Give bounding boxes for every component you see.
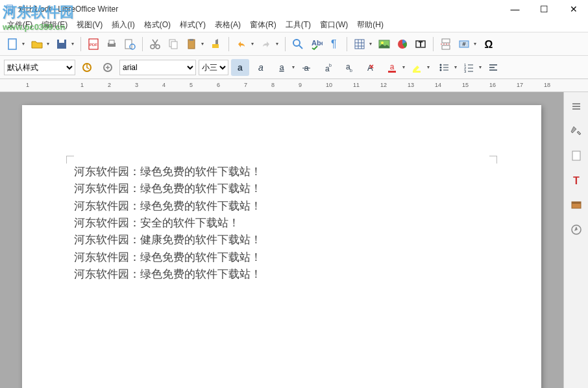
print-button[interactable] xyxy=(103,36,120,53)
document-workspace[interactable]: 河东软件园：绿色免费的软件下载站！ 河东软件园：绿色免费的软件下载站！ 河东软件… xyxy=(0,92,563,388)
undo-dropdown[interactable]: ▾ xyxy=(251,41,256,47)
insert-image-button[interactable] xyxy=(376,36,393,53)
svg-point-29 xyxy=(381,42,384,44)
number-list-button[interactable]: 123 xyxy=(459,59,478,76)
properties-icon[interactable] xyxy=(567,122,585,140)
svg-text:a: a xyxy=(238,62,243,73)
menu-view[interactable]: 视图(V) xyxy=(72,19,107,30)
subscript-button[interactable]: ab xyxy=(339,59,357,76)
bold-button[interactable]: a xyxy=(231,59,249,76)
sidebar-menu-icon[interactable] xyxy=(567,97,585,115)
svg-text:Ω: Ω xyxy=(485,39,493,50)
spellcheck-button[interactable]: Abc xyxy=(308,36,325,53)
strikethrough-button[interactable]: a xyxy=(297,59,315,76)
bullet-list-button[interactable] xyxy=(435,59,453,76)
minimize-button[interactable]: — xyxy=(500,0,530,18)
new-button[interactable] xyxy=(4,36,21,53)
insert-field-button[interactable]: # xyxy=(456,36,472,53)
svg-text:T: T xyxy=(419,40,423,48)
save-button[interactable] xyxy=(53,36,70,53)
new-style-button[interactable] xyxy=(99,59,117,76)
clear-format-button[interactable]: A xyxy=(360,59,378,76)
number-dropdown[interactable]: ▾ xyxy=(479,64,482,70)
styles-panel-icon[interactable]: T xyxy=(567,171,585,189)
menu-insert[interactable]: 插入(I) xyxy=(107,19,139,30)
cut-button[interactable] xyxy=(147,36,164,53)
export-pdf-button[interactable]: PDF xyxy=(85,36,102,53)
svg-point-55 xyxy=(440,66,442,68)
new-dropdown[interactable]: ▾ xyxy=(22,41,27,47)
table-dropdown[interactable]: ▾ xyxy=(369,41,374,47)
italic-button[interactable]: a xyxy=(252,59,270,76)
text-line[interactable]: 河东软件园：绿色免费的软件下载站！ xyxy=(74,249,489,266)
menu-edit[interactable]: 编辑(E) xyxy=(37,19,72,30)
paste-button[interactable] xyxy=(183,36,200,53)
save-dropdown[interactable]: ▾ xyxy=(71,41,77,47)
svg-point-20 xyxy=(293,40,300,46)
superscript-button[interactable]: ab xyxy=(318,59,336,76)
ruler-tick: 15 xyxy=(462,82,469,88)
redo-button[interactable] xyxy=(258,36,275,53)
text-line[interactable]: 河东软件园：健康免费的软件下载站！ xyxy=(74,232,489,249)
svg-text:b: b xyxy=(350,68,352,73)
font-size-select[interactable]: 小三 xyxy=(199,60,228,75)
font-color-dropdown[interactable]: ▾ xyxy=(402,64,405,70)
menu-help[interactable]: 帮助(H) xyxy=(352,19,388,30)
navigator-icon[interactable] xyxy=(567,221,585,239)
menu-table[interactable]: 表格(A) xyxy=(210,19,245,30)
svg-rect-16 xyxy=(171,42,177,49)
menu-file[interactable]: 文件(F) xyxy=(3,19,37,30)
align-left-button[interactable] xyxy=(484,59,502,76)
svg-text:a: a xyxy=(258,62,263,73)
page[interactable]: 河东软件园：绿色免费的软件下载站！ 河东软件园：绿色免费的软件下载站！ 河东软件… xyxy=(22,105,541,388)
menu-sheet[interactable]: 窗体(R) xyxy=(245,19,281,30)
svg-rect-10 xyxy=(109,40,114,44)
text-line[interactable]: 河东软件园：绿色免费的软件下载站！ xyxy=(74,266,489,283)
field-dropdown[interactable]: ▾ xyxy=(474,41,479,47)
insert-textbox-button[interactable]: T xyxy=(412,36,429,53)
page-panel-icon[interactable] xyxy=(567,147,585,165)
menu-window[interactable]: 窗口(W) xyxy=(315,19,352,30)
menu-tools[interactable]: 工具(T) xyxy=(281,19,315,30)
text-line[interactable]: 河东软件园：绿色免费的软件下载站！ xyxy=(74,164,489,180)
ruler-tick: 8 xyxy=(271,82,275,88)
format-toolbar: 默认样式 arial 小三 a a a ▾ a ab ab A a ▾ ▾ ▾ … xyxy=(0,56,588,79)
svg-rect-19 xyxy=(212,44,219,48)
svg-rect-52 xyxy=(388,71,396,73)
insert-table-button[interactable] xyxy=(351,36,368,53)
svg-rect-3 xyxy=(8,10,11,11)
formatting-marks-button[interactable]: ¶ xyxy=(326,36,343,53)
insert-special-char-button[interactable]: Ω xyxy=(480,36,497,53)
text-line[interactable]: 河东软件园：绿色免费的软件下载站！ xyxy=(74,198,489,215)
text-line[interactable]: 河东软件园：绿色免费的软件下载站！ xyxy=(74,180,489,197)
open-dropdown[interactable]: ▾ xyxy=(47,41,52,47)
undo-button[interactable] xyxy=(233,36,250,53)
svg-rect-72 xyxy=(572,151,580,160)
open-button[interactable] xyxy=(29,36,45,53)
insert-chart-button[interactable] xyxy=(394,36,411,53)
text-line[interactable]: 河东软件园：安全的软件下载站！ xyxy=(74,215,489,232)
menu-format[interactable]: 格式(O) xyxy=(140,19,175,30)
highlight-dropdown[interactable]: ▾ xyxy=(427,64,430,70)
underline-dropdown[interactable]: ▾ xyxy=(292,64,295,70)
menu-styles[interactable]: 样式(Y) xyxy=(175,19,210,30)
find-replace-button[interactable] xyxy=(289,36,306,53)
highlight-button[interactable] xyxy=(408,59,426,76)
bullet-dropdown[interactable]: ▾ xyxy=(454,64,457,70)
clone-format-button[interactable] xyxy=(208,36,225,53)
svg-rect-6 xyxy=(59,40,64,43)
print-preview-button[interactable] xyxy=(121,36,138,53)
font-name-select[interactable]: arial xyxy=(119,60,196,75)
paragraph-style-select[interactable]: 默认样式 xyxy=(4,60,75,75)
close-button[interactable]: ✕ xyxy=(559,0,588,18)
font-color-button[interactable]: a xyxy=(383,59,401,76)
horizontal-ruler[interactable]: /* ticks populated below */ 112345678910… xyxy=(0,79,588,92)
gallery-icon[interactable] xyxy=(567,196,585,214)
copy-button[interactable] xyxy=(165,36,182,53)
insert-pagebreak-button[interactable] xyxy=(437,36,454,53)
underline-button[interactable]: a xyxy=(273,59,291,76)
paste-dropdown[interactable]: ▾ xyxy=(201,41,206,47)
maximize-button[interactable]: ☐ xyxy=(530,0,559,18)
update-style-button[interactable] xyxy=(78,59,96,76)
redo-dropdown[interactable]: ▾ xyxy=(276,41,281,47)
